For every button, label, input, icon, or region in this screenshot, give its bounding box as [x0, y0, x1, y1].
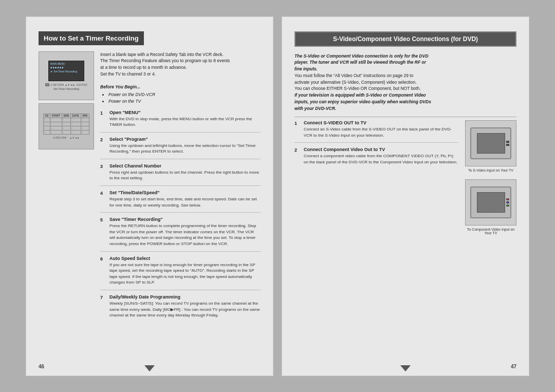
vcr-device-1: MAIN MENU ■ ■ ■ ■ ■ ■ ► Set Timer Record… [39, 51, 94, 100]
timer-row-2: ----- [44, 122, 89, 126]
col-end: END [62, 114, 71, 118]
right-device-1-wrapper: To S-Video Input on Your TV [465, 120, 516, 172]
step-3: 3 Select Channel Number Press right and … [100, 163, 261, 186]
tv-shape-1 [470, 127, 511, 159]
step-7-desc: Weekly [SUN/S~SAT/S]: You can record TV … [109, 301, 261, 319]
tv-ports-1 [506, 141, 509, 146]
tv-shape-2 [470, 186, 511, 218]
step-6-number: 6 [100, 256, 106, 286]
right-page-number: 47 [511, 364, 516, 369]
vcr-buttons: ⑤ RETURN ▲▼◄► ⑤ ENTER [45, 83, 87, 86]
left-steps-col: Insert a blank tape with a Record Safety… [100, 51, 261, 327]
right-device-2-label: To Component Video Input on Your TV [465, 228, 516, 235]
step-7-number: 7 [100, 294, 106, 319]
step-4-title: Set "Time/Date/Speed" [109, 190, 261, 195]
right-title-bar: S-Video/Component Video Connections (for… [294, 31, 516, 47]
right-step-1-desc: Connect an S-Video cable from the S-VIDE… [304, 126, 458, 138]
right-intro-l4: You must follow the "Alt Video Out" inst… [294, 73, 413, 78]
right-intro-l1: The S-Video or Component Video connectio… [294, 53, 429, 59]
bullet-2: Power on the TV [108, 98, 261, 105]
step-6-title: Auto Speed Select [109, 256, 261, 261]
tv-port-1a [506, 141, 509, 143]
step-5: 5 Save "Timer Recording" Press the RETUR… [100, 217, 261, 251]
right-intro-l7: If your television is equipped with S-Vi… [294, 92, 426, 98]
right-device-2 [465, 179, 516, 226]
step-4-number: 4 [100, 190, 106, 208]
right-step-2: 2 Connect Component Video Out to TV Conn… [294, 147, 458, 169]
step-2: 2 Select "Program" Using the up/down and… [100, 137, 261, 159]
step-2-number: 2 [100, 137, 106, 155]
right-divider-top [294, 117, 516, 117]
step-2-content: Select "Program" Using the up/down and l… [109, 137, 261, 155]
btn-label-return: ⑤ RETURN [50, 83, 64, 86]
intro-line4: Set the TV to channel 3 or 4. [100, 71, 156, 77]
vcr-screen: MAIN MENU ■ ■ ■ ■ ■ ■ ► Set Timer Record… [48, 61, 84, 81]
right-page: S-Video/Component Video Connections (for… [282, 16, 529, 376]
left-intro: Insert a blank tape with a Record Safety… [100, 51, 261, 105]
col-ch: CH [44, 114, 50, 118]
step-7-title: Daily/Weekly Date Programming [109, 294, 261, 300]
tv-port-1b [506, 144, 509, 146]
right-intro-l3: line inputs. [294, 66, 318, 71]
timer-row-1: ----- [44, 118, 89, 122]
left-device-col: MAIN MENU ■ ■ ■ ■ ■ ■ ► Set Timer Record… [39, 51, 94, 327]
right-step-1: 1 Connect S-VIDEO OUT to TV Connect an S… [294, 120, 458, 143]
step-5-title: Save "Timer Recording" [109, 217, 261, 222]
right-device-2-wrapper: To Component Video Input on Your TV [465, 179, 516, 235]
intro-line2: The Timer Recording Feature allows you t… [100, 58, 230, 63]
right-intro-bold: The S-Video or Component Video connectio… [294, 53, 429, 72]
step-6-content: Auto Speed Select If you are not sure th… [109, 256, 261, 286]
step-3-number: 3 [100, 163, 106, 181]
right-device-col: To S-Video Input on Your TV [465, 120, 516, 235]
step-1-title: Open "MENU" [109, 110, 261, 115]
left-bottom-arrow [144, 365, 155, 371]
step-7: 7 Daily/Weekly Date Programming Weekly [… [100, 294, 261, 323]
vcr-device-2: CH START END DATE SPD ----- [39, 103, 94, 150]
bullet-1: Power on the DVD-VCR [108, 91, 261, 98]
right-intro-bold2: If your television is equipped with S-Vi… [294, 92, 431, 111]
step-6-desc: If you are not sure the tape is long eno… [109, 262, 261, 286]
left-steps: 1 Open "MENU" With the DVD in stop mode,… [100, 110, 261, 323]
right-device-1 [465, 120, 516, 166]
step-5-content: Save "Timer Recording" Press the RETURN … [109, 217, 261, 247]
step-4-desc: Repeat step 3 to set start time, end tim… [109, 196, 261, 208]
timer-table: CH START END DATE SPD ----- [43, 114, 89, 135]
step-5-number: 5 [100, 217, 106, 247]
step-1-content: Open "MENU" With the DVD in stop mode, p… [109, 110, 261, 128]
step-1-desc: With the DVD in stop mode, press the MEN… [109, 116, 261, 128]
left-page: How to Set a Timer Recording MAIN MENU ■… [26, 16, 273, 376]
tv-ports-2 [506, 198, 509, 207]
btn-nav-2: ▲▼◄► [69, 136, 80, 139]
intro-line3: at a time to record up to a month in adv… [100, 65, 187, 70]
right-device-1-label: To S-Video Input on Your TV [465, 169, 516, 172]
right-content: 1 Connect S-VIDEO OUT to TV Connect an S… [294, 120, 516, 235]
page-spread: How to Set a Timer Recording MAIN MENU ■… [26, 16, 529, 376]
step-1-number: 1 [100, 110, 106, 128]
step-7-content: Daily/Weekly Date Programming Weekly [SU… [109, 294, 261, 319]
left-content: MAIN MENU ■ ■ ■ ■ ■ ■ ► Set Timer Record… [39, 51, 261, 327]
left-page-number: 46 [39, 364, 44, 369]
right-step-2-content: Connect Component Video Out to TV Connec… [304, 147, 458, 165]
btn-return [45, 83, 49, 86]
right-step-1-number: 1 [294, 120, 301, 138]
col-start: START [50, 114, 62, 118]
right-intro: The S-Video or Component Video connectio… [294, 53, 516, 112]
left-title-bar: How to Set a Timer Recording [39, 31, 144, 45]
right-step-2-title: Connect Component Video Out to TV [304, 147, 458, 152]
step-6: 6 Auto Speed Select If you are not sure … [100, 256, 261, 290]
before-begin-list: Power on the DVD-VCR Power on the TV [108, 91, 261, 105]
right-intro-l6: You can choose EITHER S-Video OR Compone… [294, 86, 421, 91]
tv-screen-2 [477, 192, 505, 213]
step-2-title: Select "Program" [109, 137, 261, 142]
screen-icons: ■ ■ ■ ■ ■ ■ [50, 66, 82, 69]
right-step-1-content: Connect S-VIDEO OUT to TV Connect an S-V… [304, 120, 458, 138]
step-1: 1 Open "MENU" With the DVD in stop mode,… [100, 110, 261, 133]
tv-screen-1 [477, 133, 505, 154]
step-2-desc: Using the up/down and left/right buttons… [109, 143, 261, 155]
right-step-1-title: Connect S-VIDEO OUT to TV [304, 120, 458, 125]
btn-return-2: ⑤ RETURN [53, 136, 66, 139]
tv-port-2a [506, 198, 509, 200]
step-3-title: Select Channel Number [109, 163, 261, 169]
right-step-2-number: 2 [294, 147, 301, 165]
right-intro-l9: with your DVD-VCR. [294, 106, 336, 111]
